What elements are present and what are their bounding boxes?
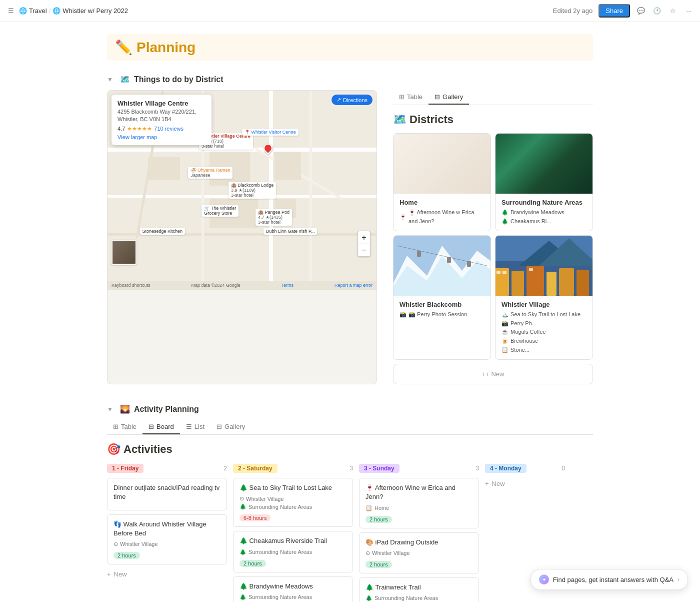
things-section-header[interactable]: ▼ 🗺️ Things to do by District xyxy=(107,75,593,84)
card-title: 🌲 Trainwreck Trail xyxy=(366,583,472,592)
stars: ★★★★★ xyxy=(127,126,152,132)
district-card-blackcomb[interactable]: Whistler Blackcomb 📸 📸 Perry Photo Sessi… xyxy=(393,235,491,360)
page-title[interactable]: Whistler w/ Perry 2022 xyxy=(62,7,128,15)
gallery-new-button[interactable]: + + New xyxy=(393,364,593,384)
keyboard-shortcuts[interactable]: Keyboard shortcuts xyxy=(112,283,150,288)
saturday-card-1[interactable]: 🌲 Sea to Sky Trail to Lost Lake ⊙ Whistl… xyxy=(233,478,353,527)
monday-count: 0 xyxy=(562,465,565,472)
directions-button[interactable]: ↗ Directions xyxy=(332,95,372,105)
sunday-card-3[interactable]: 🌲 Trainwreck Trail 🌲 Surrounding Nature … xyxy=(359,577,479,602)
table-label: Table xyxy=(121,423,136,430)
tab-gallery[interactable]: ⊟ Gallery xyxy=(210,420,251,434)
activity-toggle-arrow[interactable]: ▼ xyxy=(107,406,113,413)
card-meta: ⊙ Whistler Village xyxy=(114,541,220,547)
terms-link[interactable]: Terms xyxy=(282,283,294,288)
activities-board: 1 - Friday 2 Dinner out|late snack/iPad … xyxy=(107,464,593,602)
infobox-addr: 4295 Blackcomb Way #220/221, Whistler, B… xyxy=(118,108,206,124)
card-title: 🌲 Cheakamus Riverside Trail xyxy=(240,536,346,545)
districts-heading: Districts xyxy=(410,113,454,126)
label-dubh: Dubh Linn Gate Irish P... xyxy=(264,228,317,235)
card-title: 🎨 iPad Drawing Outside xyxy=(366,538,472,547)
tab-list[interactable]: ☰ List xyxy=(180,420,210,434)
map-container: Whistler Village Centre4.7 ★(710)3-star … xyxy=(107,90,377,384)
more-icon[interactable]: ··· xyxy=(684,6,694,16)
card-img-blackcomb xyxy=(394,236,490,296)
things-to-do-section: ▼ 🗺️ Things to do by District xyxy=(107,75,593,384)
saturday-count: 3 xyxy=(350,465,353,472)
district-card-home[interactable]: Home 🍷 🍷 Afternoon Wine w Erica and Jenn… xyxy=(393,133,491,231)
zoom-in-button[interactable]: + xyxy=(358,231,370,244)
comment-icon[interactable]: 💬 xyxy=(636,6,646,16)
card-body-village: Whistler Village 🏔️ Sea to Sky Trail to … xyxy=(496,296,592,359)
svg-rect-12 xyxy=(512,271,524,296)
view-larger-map[interactable]: View larger map xyxy=(118,134,206,140)
card-img-nature xyxy=(496,134,592,194)
report-link[interactable]: Report a map error xyxy=(334,283,372,288)
travel-label[interactable]: Travel xyxy=(29,7,47,15)
table-icon: ⊞ xyxy=(113,423,118,430)
infobox-rating: 4.7 ★★★★★ 710 reviews xyxy=(118,126,206,132)
sunday-card-1[interactable]: 🍷 Afternoon Wine w Erica and Jenn? 📋 Hom… xyxy=(359,478,479,528)
card-items-blackcomb: 📸 📸 Perry Photo Session xyxy=(400,310,484,319)
sunday-card-2[interactable]: 🎨 iPad Drawing Outside ⊙ Whistler Villag… xyxy=(359,532,479,573)
menu-icon[interactable]: ☰ xyxy=(6,6,16,16)
tab-table[interactable]: ⊞ Table xyxy=(393,90,428,105)
blackcomb-svg xyxy=(394,236,490,296)
card-tag: 2 hours xyxy=(114,552,140,559)
card-item: 🏔️ Sea to Sky Trail to Lost Lake xyxy=(502,310,586,319)
svg-rect-5 xyxy=(447,257,451,263)
col-saturday-header: 2 - Saturday 3 xyxy=(233,464,353,473)
qa-widget[interactable]: ✦ Find pages, get instant answers with Q… xyxy=(530,569,688,590)
toggle-arrow[interactable]: ▼ xyxy=(107,76,113,83)
map-footer: Keyboard shortcuts Map data ©2024 Google… xyxy=(108,281,376,290)
district-card-village[interactable]: Whistler Village 🏔️ Sea to Sky Trail to … xyxy=(495,235,593,360)
activity-section-header[interactable]: ▼ 🌄 Activity Planning xyxy=(107,404,593,414)
page-icon: 🌐 xyxy=(52,7,60,15)
topbar-right: Edited 2y ago Share 💬 🕐 ☆ ··· xyxy=(553,4,694,18)
svg-rect-17 xyxy=(496,271,500,274)
sunday-label: 3 - Sunday xyxy=(359,464,400,473)
card-title: Dinner out|late snack/iPad reading tv ti… xyxy=(114,483,220,501)
card-meta: 🌲 Surrounding Nature Areas xyxy=(366,595,472,601)
card-meta: 🌲 Surrounding Nature Areas xyxy=(240,549,346,555)
label-blackcomb: 🏨 Blackcomb Lodge3.9 ★(1109)3-star hotel xyxy=(228,182,276,199)
review-count[interactable]: 710 reviews xyxy=(154,126,184,132)
saturday-card-3[interactable]: 🌲 Brandywine Meadows 🌲 Surrounding Natur… xyxy=(233,576,353,602)
map-inner[interactable]: Whistler Village Centre4.7 ★(710)3-star … xyxy=(108,91,376,281)
topbar: ☰ 🌐 Travel / 🌐 Whistler w/ Perry 2022 Ed… xyxy=(0,0,700,22)
zoom-out-button[interactable]: − xyxy=(358,244,370,257)
star-icon[interactable]: ☆ xyxy=(668,6,678,16)
svg-rect-18 xyxy=(502,271,506,274)
page-heading: Planning xyxy=(136,40,196,56)
monday-add-new[interactable]: + New xyxy=(485,478,593,489)
label-pangea: 🏨 Pangea Pod4.7 ★(1435)3-star hotel xyxy=(256,209,292,226)
card-meta: 🌲 Surrounding Nature Areas xyxy=(240,594,346,600)
tab-board[interactable]: ⊟ Board xyxy=(142,420,180,434)
saturday-card-2[interactable]: 🌲 Cheakamus Riverside Trail 🌲 Surroundin… xyxy=(233,531,353,572)
tab-table[interactable]: ⊞ Table xyxy=(107,420,142,434)
section-title: Things to do by District xyxy=(134,75,224,84)
map-infobox: Whistler Village Centre 4295 Blackcomb W… xyxy=(112,95,212,145)
card-item: 📸 📸 Perry Photo Session xyxy=(400,310,484,319)
card-items-home: 🍷 🍷 Afternoon Wine w Erica and Jenn? xyxy=(400,208,484,226)
board-label: Board xyxy=(156,423,174,430)
card-body-nature: Surrounding Nature Areas 🌲 Brandywine Me… xyxy=(496,194,592,231)
card-items-village: 🏔️ Sea to Sky Trail to Lost Lake 📸 Perry… xyxy=(502,310,586,354)
activities-title-text: Activities xyxy=(124,443,172,456)
new-icon: + xyxy=(482,370,486,378)
friday-card-1[interactable]: Dinner out|late snack/iPad reading tv ti… xyxy=(107,478,227,510)
marker-village-centre xyxy=(264,144,272,153)
new-label: + New xyxy=(486,370,504,378)
card-item: 📸 Perry Ph... xyxy=(502,319,586,328)
gallery-label: Gallery xyxy=(224,423,245,430)
tab-gallery[interactable]: ⊟ Gallery xyxy=(428,90,469,105)
friday-card-2[interactable]: 👣 Walk Around Whistler Village Before Be… xyxy=(107,514,227,564)
district-card-nature[interactable]: Surrounding Nature Areas 🌲 Brandywine Me… xyxy=(495,133,593,231)
share-button[interactable]: Share xyxy=(598,4,630,18)
card-title: 🌲 Brandywine Meadows xyxy=(240,582,346,591)
section-icon: 🗺️ xyxy=(120,75,130,84)
history-icon[interactable]: 🕐 xyxy=(652,6,662,16)
map-thumbnail xyxy=(112,240,136,265)
village-svg xyxy=(496,236,592,296)
friday-add-new[interactable]: + New xyxy=(107,568,227,580)
